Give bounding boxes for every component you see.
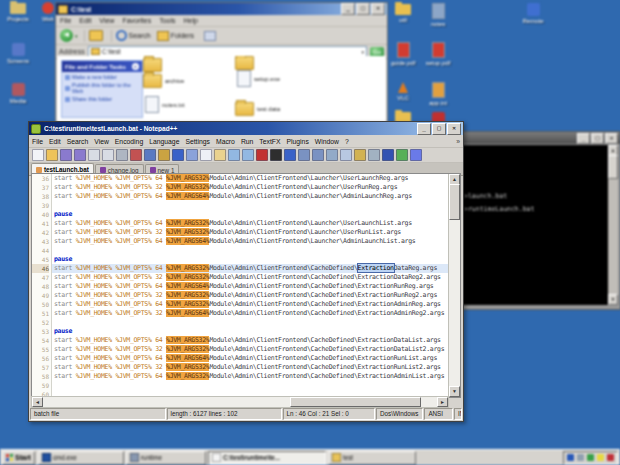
menu-item[interactable]: Edit (79, 17, 91, 24)
close-button[interactable]: ✕ (605, 133, 618, 144)
menu-item[interactable]: Language (149, 138, 179, 145)
menu-item[interactable]: Search (67, 138, 89, 145)
file-list-folder[interactable]: archive (143, 74, 184, 88)
desktop-icon[interactable]: util (385, 4, 421, 23)
editor-line[interactable]: pause (52, 210, 448, 219)
horizontal-scrollbar[interactable]: ◄ ► (31, 396, 449, 408)
notepadpp-titlebar[interactable]: C:\test\runtime\testLaunch.bat - Notepad… (29, 122, 463, 135)
editor-line[interactable]: start %JVM_HOME% %JVM_OPTS% 64 %JVM_ARGS… (52, 192, 448, 201)
scrollbar-thumb[interactable] (449, 184, 460, 220)
up-folder-icon[interactable] (89, 30, 103, 41)
desktop-icon[interactable]: notes (420, 3, 456, 27)
open-folder-icon[interactable] (46, 149, 58, 161)
editor-line[interactable]: start %JVM_HOME% %JVM_OPTS% 64 %JVM_ARGS… (52, 372, 448, 381)
editor-line[interactable]: start %JVM_HOME% %JVM_OPTS% 64 %JVM_ARGS… (52, 237, 448, 246)
editor-line[interactable]: start %JVM_HOME% %JVM_OPTS% 64 %JVM_ARGS… (52, 174, 448, 183)
taskbar-button[interactable]: cmd.exe (38, 451, 124, 465)
next-doc-icon[interactable] (410, 149, 422, 161)
console-window[interactable]: _ □ ✕ >launch.bat>runtimeLaunch.bat ▲ ▼ (457, 131, 620, 310)
play-macro-icon[interactable] (284, 149, 296, 161)
editor-line[interactable]: start %JVM_HOME% %JVM_OPTS% 32 %JVM_ARGS… (52, 309, 448, 318)
explorer-titlebar[interactable]: C:\test _ □ ✕ (56, 3, 387, 15)
zoom-out-icon[interactable] (242, 149, 254, 161)
file-list-file[interactable]: setup.exe (237, 70, 280, 87)
close-doc-icon[interactable] (88, 149, 100, 161)
go-button[interactable]: Go (370, 47, 384, 57)
replace-icon[interactable] (214, 149, 226, 161)
scroll-right-icon[interactable]: ► (437, 397, 448, 407)
scroll-down-icon[interactable]: ▼ (608, 294, 618, 305)
scrollbar-thumb[interactable] (290, 397, 421, 407)
editor-line[interactable]: start %JVM_HOME% %JVM_OPTS% 32 %JVM_ARGS… (52, 363, 448, 372)
editor-line[interactable]: start %JVM_HOME% %JVM_OPTS% 32 %JVM_ARGS… (52, 183, 448, 192)
menu-item[interactable]: View (99, 17, 114, 24)
editor-line[interactable]: start %JVM_HOME% %JVM_OPTS% 32 %JVM_ARGS… (52, 345, 448, 354)
file-list-folder[interactable] (235, 56, 257, 70)
scrollbar-thumb[interactable] (608, 155, 618, 179)
desktop-icon[interactable]: Media (0, 83, 36, 104)
start-button[interactable]: Start (2, 451, 35, 465)
menu-item[interactable]: ? (345, 138, 349, 145)
editor-line[interactable]: start %JVM_HOME% %JVM_OPTS% 32 %JVM_ARGS… (52, 291, 448, 300)
cut-icon[interactable] (130, 149, 142, 161)
menu-item[interactable]: TextFX (259, 138, 280, 145)
scroll-left-icon[interactable]: ◄ (32, 397, 43, 407)
editor-lines[interactable]: start %JVM_HOME% %JVM_OPTS% 64 %JVM_ARGS… (52, 174, 448, 397)
search-button[interactable]: Search (116, 30, 151, 41)
monitor-icon[interactable] (382, 149, 394, 161)
zoom-in-icon[interactable] (228, 149, 240, 161)
menu-item[interactable]: Macro (216, 138, 235, 145)
editor-line[interactable] (52, 318, 448, 327)
close-button[interactable]: ✕ (447, 123, 461, 135)
console-titlebar[interactable]: _ □ ✕ (458, 132, 620, 144)
save-icon[interactable] (60, 149, 72, 161)
editor-line[interactable]: start %JVM_HOME% %JVM_OPTS% 32 %JVM_ARGS… (52, 228, 448, 237)
taskbar-button[interactable]: C:\test\runtime\te... (208, 451, 326, 465)
close-all-icon[interactable] (102, 149, 114, 161)
editor-line[interactable]: pause (52, 255, 448, 264)
menu-item[interactable]: Encoding (115, 138, 143, 145)
editor-line[interactable]: start %JVM_HOME% %JVM_OPTS% 32 %JVM_ARGS… (52, 273, 448, 282)
desktop-icon[interactable]: VLC (385, 82, 421, 101)
taskbar-button[interactable]: runtime (126, 451, 206, 465)
minimize-button[interactable]: _ (341, 3, 355, 15)
maximize-button[interactable]: □ (591, 133, 604, 144)
menu-item[interactable]: Edit (49, 138, 61, 145)
save-all-icon[interactable] (74, 149, 86, 161)
desktop-icon[interactable]: Remote (515, 3, 551, 24)
tray-icon[interactable] (567, 454, 574, 461)
file-list-folder[interactable] (143, 58, 165, 72)
desktop-icon[interactable]: app.ini (420, 82, 456, 106)
record-macro-icon[interactable] (256, 149, 268, 161)
redo-icon[interactable] (186, 149, 198, 161)
sync-vertical-icon[interactable] (298, 149, 310, 161)
folders-button[interactable]: Folders (157, 31, 194, 41)
prev-doc-icon[interactable] (396, 149, 408, 161)
copy-icon[interactable] (144, 149, 156, 161)
desktop-icon[interactable]: setup.pdf (420, 42, 456, 66)
find-icon[interactable] (200, 149, 212, 161)
sync-horizontal-icon[interactable] (312, 149, 324, 161)
taskbar-button[interactable]: test (328, 451, 416, 465)
explorer-window[interactable]: C:\test _ □ ✕ FileEditViewFavoritesTools… (55, 2, 388, 124)
maximize-button[interactable]: □ (432, 123, 446, 135)
editor-line[interactable]: start %JVM_HOME% %JVM_OPTS% 64 %JVM_ARGS… (52, 264, 448, 273)
menu-item[interactable]: Plugins (287, 138, 309, 145)
editor-line[interactable]: start %JVM_HOME% %JVM_OPTS% 64 %JVM_ARGS… (52, 354, 448, 363)
scroll-down-icon[interactable]: ▼ (449, 386, 460, 397)
show-symbols-icon[interactable] (340, 149, 352, 161)
toolbar-overflow-icon[interactable]: » (456, 138, 460, 145)
menu-item[interactable]: Settings (185, 138, 210, 145)
tray-icon[interactable] (577, 454, 584, 461)
close-button[interactable]: ✕ (371, 3, 385, 15)
new-file-icon[interactable] (32, 149, 44, 161)
editor-line[interactable]: start %JVM_HOME% %JVM_OPTS% 64 %JVM_ARGS… (52, 282, 448, 291)
editor-line[interactable] (52, 201, 448, 210)
editor-line[interactable]: start %JVM_HOME% %JVM_OPTS% 64 %JVM_ARGS… (52, 300, 448, 309)
editor-line[interactable]: start %JVM_HOME% %JVM_OPTS% 64 %JVM_ARGS… (52, 336, 448, 345)
stop-macro-icon[interactable] (270, 149, 282, 161)
tray-icon[interactable] (597, 454, 604, 461)
notepadpp-window[interactable]: C:\test\runtime\testLaunch.bat - Notepad… (28, 121, 464, 422)
function-list-icon[interactable] (368, 149, 380, 161)
undo-icon[interactable] (172, 149, 184, 161)
